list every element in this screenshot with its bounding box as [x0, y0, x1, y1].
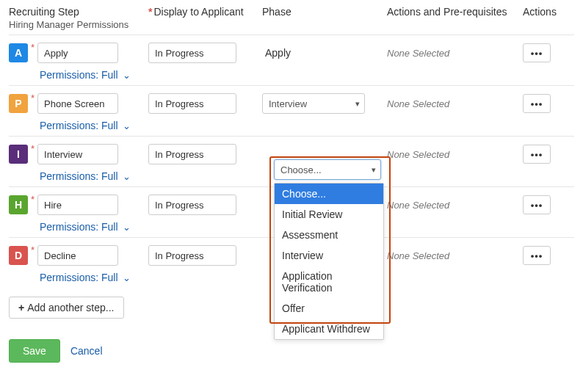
chevron-down-icon[interactable]: ⌄ — [123, 272, 131, 283]
display-input[interactable] — [148, 195, 236, 215]
phase-option[interactable]: Assessment — [275, 225, 383, 245]
phase-dropdown-open: Choose... Choose...Initial ReviewAssessm… — [274, 159, 387, 340]
prereq-none: None Selected — [387, 250, 449, 261]
col-display-label: *Display to Applicant — [148, 6, 262, 30]
chevron-down-icon[interactable]: ⌄ — [123, 120, 131, 131]
permissions-link[interactable]: Permissions: Full — [40, 272, 118, 283]
step-name-input[interactable] — [37, 195, 118, 215]
step-name-input[interactable] — [37, 144, 118, 164]
step-name-input[interactable] — [37, 245, 118, 266]
cancel-button[interactable]: Cancel — [70, 345, 103, 357]
required-marker: * — [31, 42, 35, 53]
step-badge: I — [9, 145, 28, 164]
step-badge: P — [9, 94, 28, 113]
step-row: P * Interview None Selected ••• Permissi… — [9, 85, 574, 136]
more-actions-button[interactable]: ••• — [523, 94, 551, 113]
display-input[interactable] — [148, 144, 236, 164]
phase-option[interactable]: Application Verification — [275, 266, 383, 298]
required-marker: * — [31, 244, 35, 255]
permissions-link[interactable]: Permissions: Full — [40, 170, 118, 182]
display-input[interactable] — [148, 245, 236, 266]
chevron-down-icon[interactable]: ⌄ — [123, 171, 131, 182]
more-actions-button[interactable]: ••• — [523, 145, 551, 164]
prereq-none: None Selected — [387, 149, 449, 160]
phase-option[interactable]: Interview — [275, 245, 383, 266]
display-input[interactable] — [148, 93, 236, 114]
col-step-sublabel: Hiring Manager Permissions — [9, 19, 148, 30]
permissions-link[interactable]: Permissions: Full — [40, 221, 118, 233]
col-phase-label: Phase — [262, 6, 387, 30]
step-badge: H — [9, 195, 28, 214]
phase-option[interactable]: Initial Review — [275, 204, 383, 225]
step-badge: D — [9, 246, 28, 265]
table-header: Recruiting Step Hiring Manager Permissio… — [9, 6, 574, 35]
add-step-button[interactable]: +Add another step... — [9, 297, 124, 319]
display-input[interactable] — [148, 43, 236, 63]
permissions-link[interactable]: Permissions: Full — [40, 120, 118, 131]
chevron-down-icon[interactable]: ⌄ — [123, 70, 131, 81]
phase-option[interactable]: Offer — [275, 298, 383, 319]
phase-option[interactable]: Choose... — [275, 184, 383, 204]
prereq-none: None Selected — [387, 48, 449, 59]
phase-text: Apply — [262, 47, 291, 59]
col-actions-label: Actions — [523, 6, 567, 30]
prereq-none: None Selected — [387, 200, 449, 211]
col-prereq-label: Actions and Pre-requisites — [387, 6, 523, 30]
required-marker: * — [31, 92, 35, 104]
chevron-down-icon[interactable]: ⌄ — [123, 222, 131, 233]
phase-options-list: Choose...Initial ReviewAssessmentIntervi… — [274, 183, 384, 340]
save-button[interactable]: Save — [9, 339, 60, 363]
more-actions-button[interactable]: ••• — [523, 43, 551, 62]
step-name-input[interactable] — [37, 93, 118, 114]
col-step-label: Recruiting Step — [9, 6, 148, 18]
phase-select[interactable]: Interview — [262, 93, 365, 114]
step-row: A * Apply None Selected ••• Permissions:… — [9, 35, 574, 85]
permissions-link[interactable]: Permissions: Full — [40, 69, 118, 81]
phase-option[interactable]: Applicant Withdrew — [275, 319, 383, 339]
prereq-none: None Selected — [387, 98, 449, 109]
more-actions-button[interactable]: ••• — [523, 246, 551, 265]
required-marker: * — [31, 194, 35, 205]
plus-icon: + — [18, 302, 24, 313]
required-marker: * — [31, 143, 35, 154]
phase-select-open[interactable]: Choose... — [274, 159, 381, 180]
more-actions-button[interactable]: ••• — [523, 195, 551, 214]
step-badge: A — [9, 43, 28, 62]
step-name-input[interactable] — [37, 43, 118, 63]
